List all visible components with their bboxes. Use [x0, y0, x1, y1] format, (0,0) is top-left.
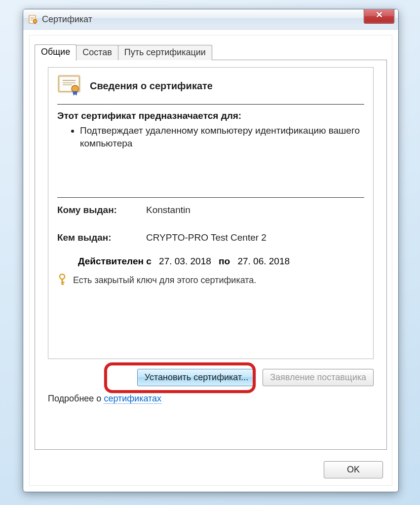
purpose-section: Этот сертификат предназначается для: Под…	[48, 105, 373, 197]
issued-by-value: CRYPTO-PRO Test Center 2	[146, 232, 364, 243]
title-left: Сертификат	[28, 9, 92, 29]
learn-more-row: Подробнее о сертификатах	[48, 394, 161, 404]
validity-row: Действителен с 27. 03. 2018 по 27. 06. 2…	[48, 256, 373, 267]
private-key-text: Есть закрытый ключ для этого сертификата…	[73, 275, 256, 286]
key-icon	[57, 274, 67, 287]
dialog-buttons: OK	[324, 461, 383, 478]
purpose-heading: Этот сертификат предназначается для:	[57, 110, 364, 121]
issued-to-value: Konstantin	[146, 205, 364, 216]
client-area: Общие Состав Путь сертификации	[29, 35, 392, 486]
svg-rect-13	[62, 282, 65, 283]
fields-section: Кому выдан: Konstantin Кем выдан: CRYPTO…	[48, 198, 373, 243]
tab-details[interactable]: Состав	[76, 45, 118, 60]
titlebar: Сертификат ✕	[23, 9, 398, 30]
svg-point-4	[33, 19, 37, 23]
purpose-list: Подтверждает удаленному компьютеру идент…	[57, 124, 364, 149]
issued-by-row: Кем выдан: CRYPTO-PRO Test Center 2	[57, 232, 364, 243]
valid-to-label: по	[219, 256, 230, 266]
certificate-icon	[28, 14, 38, 24]
action-button-row: Установить сертификат... Заявление поста…	[48, 366, 374, 389]
certificate-header: Сведения о сертификате	[48, 68, 373, 104]
window-title: Сертификат	[42, 14, 92, 25]
learn-more-prefix: Подробнее о	[48, 394, 104, 403]
certificate-info-heading: Сведения о сертификате	[90, 80, 213, 92]
tab-panel-general: Сведения о сертификате Этот сертификат п…	[35, 60, 387, 450]
certificate-dialog: Сертификат ✕ Общие Состав Путь сертифика…	[23, 9, 399, 492]
close-button[interactable]: ✕	[364, 9, 394, 24]
svg-point-11	[60, 274, 65, 279]
tab-general[interactable]: Общие	[35, 44, 76, 61]
certificate-info-frame: Сведения о сертификате Этот сертификат п…	[48, 67, 374, 359]
private-key-row: Есть закрытый ключ для этого сертификата…	[48, 267, 373, 287]
issued-by-label: Кем выдан:	[57, 232, 146, 243]
tab-certification-path[interactable]: Путь сертификации	[118, 45, 212, 60]
valid-from-label: Действителен с	[78, 256, 152, 266]
issuer-statement-button: Заявление поставщика	[263, 369, 374, 386]
ok-button[interactable]: OK	[324, 461, 383, 478]
valid-to-value: 27. 06. 2018	[237, 256, 290, 266]
tab-strip: Общие Состав Путь сертификации	[35, 44, 212, 60]
svg-point-10	[72, 85, 78, 92]
issued-to-row: Кому выдан: Konstantin	[57, 205, 364, 216]
learn-more-link[interactable]: сертификатах	[104, 394, 161, 404]
valid-from-value: 27. 03. 2018	[159, 256, 211, 266]
issued-to-label: Кому выдан:	[57, 205, 146, 216]
certificate-large-icon	[57, 74, 83, 96]
svg-rect-14	[62, 284, 64, 285]
purpose-item: Подтверждает удаленному компьютеру идент…	[80, 124, 364, 149]
close-icon: ✕	[376, 10, 383, 20]
install-certificate-button[interactable]: Установить сертификат...	[137, 369, 256, 386]
